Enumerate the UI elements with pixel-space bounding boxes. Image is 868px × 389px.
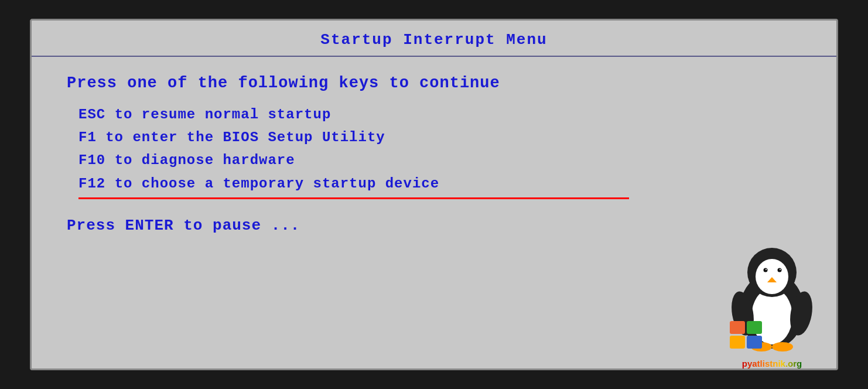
svg-point-9 [780, 269, 781, 270]
screen-title: Startup Interrupt Menu [320, 31, 547, 49]
action-esc: to resume normal startup [115, 107, 332, 122]
penguin-graphic [713, 234, 831, 357]
red-underline-decoration [78, 197, 629, 199]
svg-rect-17 [730, 336, 745, 349]
menu-list: ESC to resume normal startup F1 to enter… [67, 104, 801, 194]
svg-point-6 [764, 268, 768, 272]
action-f12: to choose a temporary startup device [115, 176, 439, 192]
bios-screen: Startup Interrupt Menu Press one of the … [30, 19, 838, 370]
key-f10: F10 [78, 152, 105, 168]
menu-item-f10: F10 to diagnose hardware [78, 149, 801, 171]
action-f10: to diagnose hardware [115, 152, 295, 168]
menu-item-f1: F1 to enter the BIOS Setup Utility [78, 127, 801, 148]
svg-point-8 [766, 269, 767, 270]
svg-rect-16 [747, 321, 762, 334]
svg-point-3 [756, 259, 788, 294]
key-f1: F1 [78, 129, 105, 145]
svg-rect-18 [747, 336, 762, 349]
menu-item-f12: F12 to choose a temporary startup device [78, 173, 801, 194]
svg-rect-15 [730, 321, 745, 334]
watermark-logo: pyatlistnik.org [708, 234, 836, 368]
title-bar: Startup Interrupt Menu [32, 21, 836, 57]
action-f1: to enter the BIOS Setup Utility [105, 129, 385, 145]
svg-point-14 [772, 342, 793, 352]
site-watermark: pyatlistnik.org [742, 359, 802, 368]
enter-pause-text: Press ENTER to pause ... [67, 217, 801, 234]
press-intro-text: Press one of the following keys to conti… [67, 74, 801, 92]
menu-item-esc: ESC to resume normal startup [78, 104, 801, 125]
svg-point-7 [778, 268, 782, 272]
key-f12: F12 [78, 176, 105, 192]
key-esc: ESC [78, 107, 105, 122]
